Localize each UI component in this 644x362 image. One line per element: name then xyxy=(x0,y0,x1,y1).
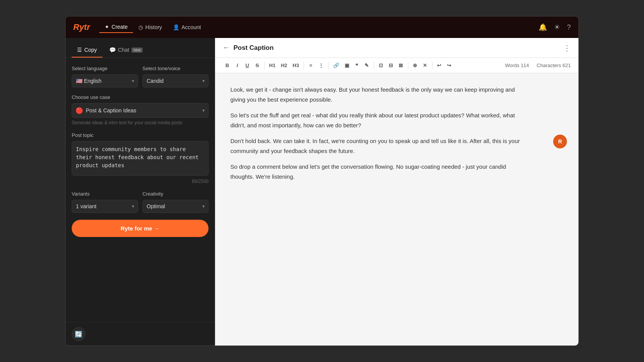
toolbar-sep-2 xyxy=(304,62,304,69)
variants-group: Variants 1 variant 2 variants 3 variants… xyxy=(72,191,138,213)
editor-header: ← Post Caption ⋮ xyxy=(215,38,578,58)
app-window: Rytr ✦ Create ◷ History 👤 Account 🔔 ☀ ? … xyxy=(65,16,579,346)
help-icon[interactable]: ? xyxy=(567,23,571,31)
nav-create[interactable]: ✦ Create xyxy=(99,21,133,33)
clear-button[interactable]: ✕ xyxy=(421,61,430,70)
use-case-label: Choose use case xyxy=(72,94,209,100)
sidebar: ☰ Copy 💬 Chat new Select language xyxy=(66,38,215,346)
editor-title: Post Caption xyxy=(233,44,274,52)
highlight-button[interactable]: ✎ xyxy=(362,61,371,70)
image-button[interactable]: ▣ xyxy=(342,61,352,70)
history-icon: ◷ xyxy=(138,24,143,30)
word-count: Words 114 Characters 621 xyxy=(505,63,571,68)
theme-icon[interactable]: ☀ xyxy=(554,23,560,31)
ryte-btn-label: Ryte for me → xyxy=(121,225,160,232)
use-case-hint: Generate ideas & intro text for your soc… xyxy=(72,120,209,125)
tab-copy[interactable]: ☰ Copy xyxy=(72,43,102,58)
char-count: 89/2500 xyxy=(72,179,209,184)
support-button[interactable]: 🔄 xyxy=(72,327,85,341)
creativity-label: Creativity xyxy=(143,191,209,197)
strikethrough-button[interactable]: S xyxy=(253,61,262,70)
language-select[interactable]: 🇺🇸 English Spanish French xyxy=(72,74,138,87)
content-paragraph-2: So let's cut the fluff and get real - wh… xyxy=(230,110,529,130)
link-button[interactable]: 🔗 xyxy=(331,61,342,70)
chars-stat: Characters 621 xyxy=(537,63,571,68)
tone-label: Select tone/voice xyxy=(143,66,209,71)
sidebar-body: Select language 🇺🇸 English Spanish Frenc… xyxy=(66,58,215,322)
tab-chat[interactable]: 💬 Chat new xyxy=(104,43,148,58)
creativity-select[interactable]: Optimal High Max Low xyxy=(143,200,209,213)
language-label: Select language xyxy=(72,66,138,71)
editor-panel: ← Post Caption ⋮ B I U S H1 H2 H3 ≡ ⋮ 🔗 … xyxy=(215,38,578,346)
notification-icon[interactable]: 🔔 xyxy=(539,23,547,31)
toolbar-sep-4 xyxy=(374,62,374,69)
sidebar-tabs: ☰ Copy 💬 Chat new xyxy=(66,38,215,58)
variants-label: Variants xyxy=(72,191,138,197)
undo-button[interactable]: ↩ xyxy=(435,61,444,70)
toolbar-sep-6 xyxy=(432,62,432,69)
logo: Rytr xyxy=(73,22,90,32)
post-topic-label: Post topic xyxy=(72,132,209,138)
chat-tab-icon: 💬 xyxy=(109,47,116,53)
h2-button[interactable]: H2 xyxy=(279,61,290,70)
use-case-icon: 🔴 xyxy=(76,107,83,114)
create-icon: ✦ xyxy=(105,24,109,30)
content-paragraph-3: Don't hold back. We can take it. In fact… xyxy=(230,136,529,156)
align-center-button[interactable]: ⊟ xyxy=(386,61,396,70)
nav-account[interactable]: 👤 Account xyxy=(168,22,207,33)
words-value: 114 xyxy=(521,63,529,68)
content-paragraph-1: Look, we get it - change isn't always ea… xyxy=(230,85,529,104)
post-topic-group: Post topic Inspire community members to … xyxy=(72,132,209,184)
content-paragraph-4: So drop a comment below and let's get th… xyxy=(230,162,529,181)
variants-select-wrapper: 1 variant 2 variants 3 variants ▾ xyxy=(72,200,138,213)
creativity-select-wrapper: Optimal High Max Low ▾ xyxy=(143,200,209,213)
h3-button[interactable]: H3 xyxy=(290,61,301,70)
tone-select-wrapper: Candid Formal Casual ▾ xyxy=(143,74,209,87)
use-case-select[interactable]: Post & Caption Ideas Blog Post Email xyxy=(72,103,209,118)
italic-button[interactable]: I xyxy=(233,61,242,70)
nav-history-label: History xyxy=(145,24,162,30)
top-nav: Rytr ✦ Create ◷ History 👤 Account 🔔 ☀ ? xyxy=(66,16,578,38)
toolbar: B I U S H1 H2 H3 ≡ ⋮ 🔗 ▣ ❝ ✎ ⊡ ⊟ ⊠ xyxy=(215,58,578,73)
sidebar-footer: 🔄 xyxy=(66,322,215,346)
underline-button[interactable]: U xyxy=(243,61,252,70)
more-options-button[interactable]: ⋮ xyxy=(563,43,571,53)
use-case-wrapper: 🔴 Post & Caption Ideas Blog Post Email ▾ xyxy=(72,103,209,118)
main-content: ☰ Copy 💬 Chat new Select language xyxy=(66,38,578,346)
chars-value: 621 xyxy=(562,63,571,68)
variants-creativity-row: Variants 1 variant 2 variants 3 variants… xyxy=(72,191,209,213)
align-left-button[interactable]: ⊡ xyxy=(376,61,386,70)
nav-history[interactable]: ◷ History xyxy=(133,22,168,33)
nav-create-label: Create xyxy=(112,24,128,30)
creativity-group: Creativity Optimal High Max Low ▾ xyxy=(143,191,209,213)
toolbar-sep-3 xyxy=(328,62,329,69)
post-topic-input[interactable]: Inspire community members to share their… xyxy=(72,141,209,176)
editor-body[interactable]: Look, we get it - change isn't always ea… xyxy=(215,73,578,346)
quote-button[interactable]: ❝ xyxy=(352,61,361,70)
nav-account-label: Account xyxy=(182,24,201,30)
back-button[interactable]: ← xyxy=(223,44,230,52)
toolbar-sep-1 xyxy=(264,62,264,69)
ol-button[interactable]: ⋮ xyxy=(316,61,326,70)
tab-copy-label: Copy xyxy=(84,47,97,53)
align-right-button[interactable]: ⊠ xyxy=(396,61,406,70)
tab-chat-label: Chat xyxy=(118,47,130,53)
redo-button[interactable]: ↪ xyxy=(445,61,454,70)
chat-badge: new xyxy=(131,48,142,53)
language-tone-row: Select language 🇺🇸 English Spanish Frenc… xyxy=(72,66,209,87)
language-select-wrapper: 🇺🇸 English Spanish French ▾ xyxy=(72,74,138,87)
insert-button[interactable]: ⊕ xyxy=(411,61,420,70)
support-icon: 🔄 xyxy=(75,331,82,338)
variants-select[interactable]: 1 variant 2 variants 3 variants xyxy=(72,200,138,213)
ul-button[interactable]: ≡ xyxy=(306,61,315,70)
h1-button[interactable]: H1 xyxy=(267,61,278,70)
tone-select[interactable]: Candid Formal Casual xyxy=(143,74,209,87)
tone-group: Select tone/voice Candid Formal Casual ▾ xyxy=(143,66,209,87)
nav-right: 🔔 ☀ ? xyxy=(539,23,571,31)
toolbar-sep-5 xyxy=(408,62,408,69)
ryte-for-me-button[interactable]: Ryte for me → xyxy=(72,220,209,237)
editor-content: Look, we get it - change isn't always ea… xyxy=(230,85,529,181)
avatar: R xyxy=(553,135,567,148)
bold-button[interactable]: B xyxy=(223,61,232,70)
language-group: Select language 🇺🇸 English Spanish Frenc… xyxy=(72,66,138,87)
